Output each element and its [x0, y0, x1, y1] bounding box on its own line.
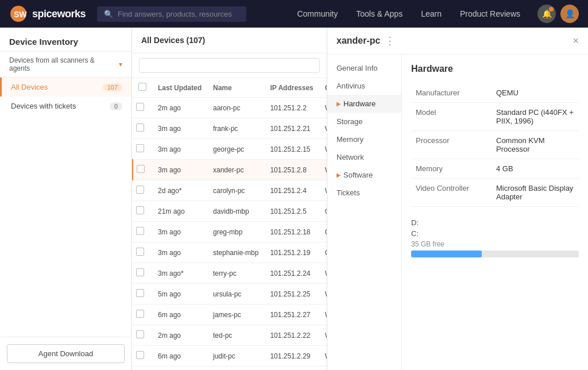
detail-menu-item-memory[interactable]: Memory [327, 130, 401, 148]
row-updated: 10m ago [152, 367, 207, 371]
col-name[interactable]: Name [207, 78, 264, 98]
table-row[interactable]: 3m ago* terry-pc 101.251.2.24 Windows 7 … [133, 263, 327, 284]
row-checkbox[interactable] [133, 98, 152, 118]
device-list-header: All Devices (107) [132, 28, 327, 53]
row-select-checkbox[interactable] [136, 103, 144, 111]
row-checkbox[interactable] [133, 118, 152, 139]
table-row[interactable]: 2m ago ted-pc 101.251.2.22 Windows 7 Pr [133, 325, 327, 346]
row-ip: 101.251.2.25 [264, 284, 319, 305]
row-name: davidb-mbp [207, 201, 264, 222]
sidebar-filter[interactable]: Devices from all scanners & agents ▾ [0, 52, 131, 78]
more-options-icon[interactable]: ⋮ [385, 34, 395, 47]
row-select-checkbox[interactable] [136, 124, 144, 132]
user-avatar[interactable]: 👤 [560, 5, 579, 23]
table-row[interactable]: 21m ago davidb-mbp 101.251.2.5 OSX El Ca… [133, 201, 327, 222]
row-checkbox[interactable] [133, 180, 152, 201]
search-input[interactable] [118, 10, 239, 18]
nav-tools-apps[interactable]: Tools & Apps [348, 5, 411, 23]
row-checkbox[interactable] [133, 201, 152, 222]
detail-menu-item-network[interactable]: Network [327, 148, 401, 166]
col-os[interactable]: OS [319, 78, 327, 98]
sidebar-item-devices-with-tickets[interactable]: Devices with tickets 0 [0, 97, 131, 115]
row-updated: 2m ago [152, 325, 207, 346]
hw-value: Common KVM Processor [492, 131, 579, 159]
row-updated: 3m ago [152, 118, 207, 139]
row-name: ted-pc [207, 325, 264, 346]
table-row[interactable]: 6m ago james-pc 101.251.2.27 Windows 7 P… [133, 305, 327, 325]
col-last-updated[interactable]: Last Updated [152, 78, 207, 98]
row-checkbox[interactable] [133, 222, 152, 242]
selected-device-name: xander-pc [336, 36, 380, 46]
row-name: aaron-pc [207, 98, 264, 118]
row-select-checkbox[interactable] [136, 310, 144, 318]
table-row[interactable]: 2m ago aaron-pc 101.251.2.2 Windows 8 Pr [133, 98, 327, 118]
row-os: Windows 7 Pr [319, 346, 327, 367]
col-ip[interactable]: IP Addresses [264, 78, 319, 98]
search-bar[interactable]: 🔍 [97, 6, 246, 22]
hw-value: 4 GB [492, 159, 579, 179]
row-updated: 6m ago [152, 305, 207, 325]
hw-label: Memory [411, 159, 492, 179]
table-row[interactable]: 2d ago* carolyn-pc 101.251.2.4 Windows 7… [133, 180, 327, 201]
row-checkbox[interactable] [133, 367, 152, 371]
hw-value: Microsoft Basic Display Adapter [492, 179, 579, 207]
table-row[interactable]: 3m ago george-pc 101.251.2.15 Windows 7 … [133, 139, 327, 160]
nav-community[interactable]: Community [289, 5, 346, 23]
table-row[interactable]: 5m ago ursula-pc 101.251.2.25 Windows 7 … [133, 284, 327, 305]
row-checkbox[interactable] [133, 284, 152, 305]
detail-menu-item-storage[interactable]: Storage [327, 113, 401, 130]
select-all-checkbox[interactable] [138, 83, 146, 91]
sidebar-item-count: 107 [103, 83, 122, 91]
row-checkbox[interactable] [133, 305, 152, 325]
row-ip: 101.251.2.29 [264, 346, 319, 367]
detail-menu-item-hardware[interactable]: ▶Hardware [327, 95, 401, 113]
table-row[interactable]: 10m ago frances-pc 101.251.2.2 Windows 7… [133, 367, 327, 371]
row-name: terry-pc [207, 263, 264, 284]
row-select-checkbox[interactable] [137, 165, 145, 173]
detail-menu-item-software[interactable]: ▶Software [327, 166, 401, 184]
svg-text:SW: SW [14, 10, 27, 19]
table-row[interactable]: 3m ago xander-pc 101.251.2.8 Windows 7 P… [133, 160, 327, 180]
detail-menu-item-tickets[interactable]: Tickets [327, 184, 401, 202]
row-ip: 101.251.2.21 [264, 118, 319, 139]
row-updated: 3m ago [152, 242, 207, 263]
nav-product-reviews[interactable]: Product Reviews [452, 5, 528, 23]
row-checkbox[interactable] [133, 160, 152, 180]
table-row[interactable]: 3m ago greg-mbp 101.251.2.18 OSX Yosemit… [133, 222, 327, 242]
main-layout: Device Inventory Devices from all scanne… [0, 28, 588, 370]
row-checkbox[interactable] [133, 346, 152, 367]
detail-menu-item-antivirus[interactable]: Antivirus [327, 77, 401, 95]
logo-text: spiceworks [32, 8, 86, 20]
row-checkbox[interactable] [133, 263, 152, 284]
detail-menu-item-general-info[interactable]: General Info [327, 59, 401, 77]
agent-download-button[interactable]: Agent Download [7, 344, 125, 363]
table-row[interactable]: 3m ago stephanie-mbp 101.251.2.19 OSX El… [133, 242, 327, 263]
row-select-checkbox[interactable] [136, 206, 144, 214]
row-checkbox[interactable] [133, 139, 152, 160]
row-select-checkbox[interactable] [136, 227, 144, 235]
row-os: OSX El Capita [319, 242, 327, 263]
nav-learn[interactable]: Learn [413, 5, 450, 23]
logo-area[interactable]: SW spiceworks [9, 5, 86, 23]
filter-label: Devices from all scanners & agents [9, 56, 117, 72]
row-select-checkbox[interactable] [136, 248, 144, 256]
row-select-checkbox[interactable] [136, 144, 144, 152]
drive-label: C: [411, 229, 579, 238]
sidebar-title: Device Inventory [0, 28, 131, 52]
row-select-checkbox[interactable] [136, 330, 144, 338]
row-updated: 3m ago [152, 139, 207, 160]
table-row[interactable]: 6m ago judit-pc 101.251.2.29 Windows 7 P… [133, 346, 327, 367]
row-select-checkbox[interactable] [136, 351, 144, 359]
device-search-input[interactable] [139, 58, 320, 73]
row-select-checkbox[interactable] [136, 289, 144, 297]
row-select-checkbox[interactable] [136, 268, 144, 276]
row-updated: 5m ago [152, 284, 207, 305]
row-checkbox[interactable] [133, 242, 152, 263]
sidebar-item-label: Devices with tickets [11, 102, 76, 110]
notification-bell[interactable]: 🔔 [537, 5, 556, 23]
row-checkbox[interactable] [133, 325, 152, 346]
row-select-checkbox[interactable] [136, 186, 144, 194]
sidebar-item-all-devices[interactable]: All Devices 107 [0, 78, 131, 97]
close-button[interactable]: × [572, 36, 579, 46]
table-row[interactable]: 3m ago frank-pc 101.251.2.21 Windows 7 P… [133, 118, 327, 139]
